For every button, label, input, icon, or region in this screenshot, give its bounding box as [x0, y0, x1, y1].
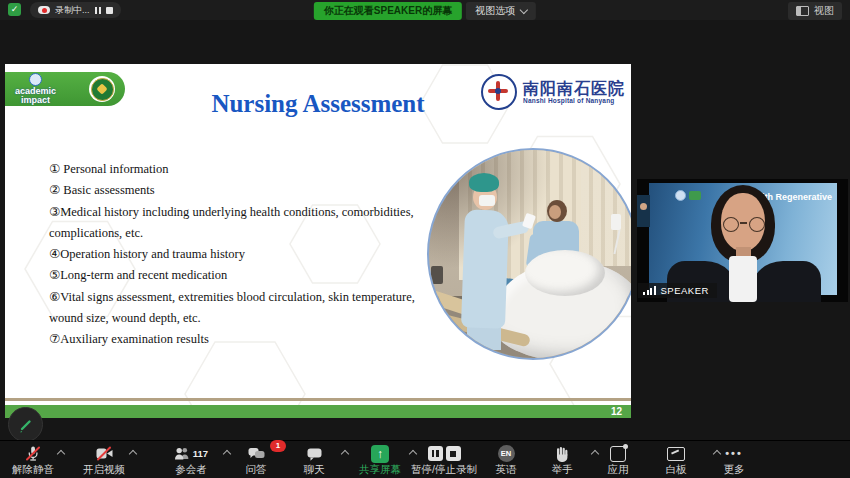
shared-screen-slide: academic impact Nursing Assessment 南阳南石医… — [5, 64, 631, 418]
hospital-logo: 南阳南石医院 Nanshi Hospital of Nanyang — [481, 74, 625, 110]
bullet-3: ③Medical history including underlying he… — [49, 202, 425, 245]
participants-chevron[interactable] — [223, 450, 231, 458]
share-screen-button[interactable]: ↑ 共享屏幕 — [352, 444, 408, 478]
video-options-chevron[interactable] — [129, 450, 137, 458]
interpretation-button[interactable]: EN 英语 — [488, 444, 524, 478]
un-emblem-icon — [29, 73, 42, 86]
bullet-2: ② Basic assessments — [49, 180, 425, 201]
audio-level-icon — [643, 286, 656, 295]
bullet-4: ④Operation history and trauma history — [49, 244, 425, 265]
security-shield-icon[interactable]: ✓ — [8, 3, 21, 16]
page-number: 12 — [611, 405, 622, 418]
more-button[interactable]: ••• 更多 — [714, 444, 754, 478]
qa-bubbles-icon — [248, 446, 265, 461]
chevron-down-icon — [520, 6, 528, 14]
view-options-label: 视图选项 — [475, 4, 515, 18]
stop-recording-icon[interactable] — [446, 446, 461, 461]
slide-footer-bar: 12 — [5, 405, 631, 418]
meeting-window: ✓ 录制中... 你正在观看SPEAKER的屏幕 视图选项 视图 — [0, 0, 850, 478]
backdrop-mini-video — [637, 195, 650, 227]
hospital-name-cn: 南阳南石医院 — [523, 80, 625, 98]
view-button[interactable]: 视图 — [788, 2, 842, 20]
cloud-recording-icon — [38, 6, 50, 14]
backdrop-green-logo — [689, 191, 701, 200]
view-options-dropdown[interactable]: 视图选项 — [466, 2, 536, 20]
top-bar: ✓ 录制中... 你正在观看SPEAKER的屏幕 视图选项 视图 — [0, 0, 850, 20]
chat-button[interactable]: 聊天 — [290, 444, 338, 478]
viewing-banner: 你正在观看SPEAKER的屏幕 — [314, 2, 462, 20]
viewing-banner-group: 你正在观看SPEAKER的屏幕 视图选项 — [314, 2, 536, 20]
bullet-5: ⑤Long-term and recent medication — [49, 265, 425, 286]
stop-recording-button[interactable] — [106, 7, 113, 14]
raise-hand-button[interactable]: 举手 — [540, 444, 584, 478]
pencil-icon — [17, 416, 35, 434]
qa-button[interactable]: 1 问答 — [234, 444, 278, 478]
pause-stop-recording-button[interactable]: 暂停/停止录制 — [406, 444, 482, 478]
annotate-button[interactable] — [8, 407, 43, 442]
apps-icon — [610, 446, 626, 462]
audio-options-chevron[interactable] — [57, 450, 65, 458]
speaker-name: SPEAKER — [661, 285, 709, 296]
recording-label: 录制中... — [55, 4, 90, 17]
assessment-bullet-list: ① Personal information ② Basic assessmen… — [49, 159, 425, 351]
view-button-label: 视图 — [814, 4, 834, 18]
pause-recording-icon[interactable] — [428, 446, 443, 461]
bullet-6: ⑥Vital signs assessment, extremities blo… — [49, 287, 425, 330]
language-en-icon: EN — [498, 445, 515, 462]
participant-count: 117 — [193, 448, 208, 459]
backdrop-un-logo — [675, 190, 686, 201]
hospital-emblem-icon — [481, 74, 517, 110]
recording-indicator: 录制中... — [30, 2, 121, 18]
start-video-button[interactable]: 开启视频 — [72, 444, 136, 478]
bullet-1: ① Personal information — [49, 159, 425, 180]
qa-badge: 1 — [270, 440, 286, 452]
slide-footer-tan-line — [5, 398, 631, 401]
layout-view-icon — [796, 6, 809, 16]
meeting-toolbar: 解除静音 开启视频 117 — [0, 440, 850, 478]
raise-hand-icon — [554, 446, 570, 462]
apps-button[interactable]: 应用 — [598, 444, 638, 478]
hospital-name-en: Nanshi Hospital of Nanyang — [523, 97, 625, 104]
chat-chevron[interactable] — [341, 450, 349, 458]
speaker-video-tile[interactable]: with Regenerative SPEAKER — [637, 179, 848, 302]
participants-button[interactable]: 117 参会者 — [158, 444, 224, 478]
chat-bubble-icon — [307, 447, 322, 461]
more-dots-icon: ••• — [725, 445, 743, 462]
pause-recording-button[interactable] — [95, 7, 101, 14]
hospital-ward-photo — [427, 148, 631, 360]
whiteboard-icon — [667, 447, 685, 461]
share-screen-icon: ↑ — [371, 445, 389, 463]
glasses-icon — [723, 217, 739, 232]
unmute-button[interactable]: 解除静音 — [2, 444, 64, 478]
participants-icon — [174, 446, 190, 461]
whiteboard-button[interactable]: 白板 — [656, 444, 696, 478]
speaker-name-badge: SPEAKER — [638, 283, 717, 298]
bullet-7: ⑦Auxiliary examination results — [49, 329, 425, 350]
